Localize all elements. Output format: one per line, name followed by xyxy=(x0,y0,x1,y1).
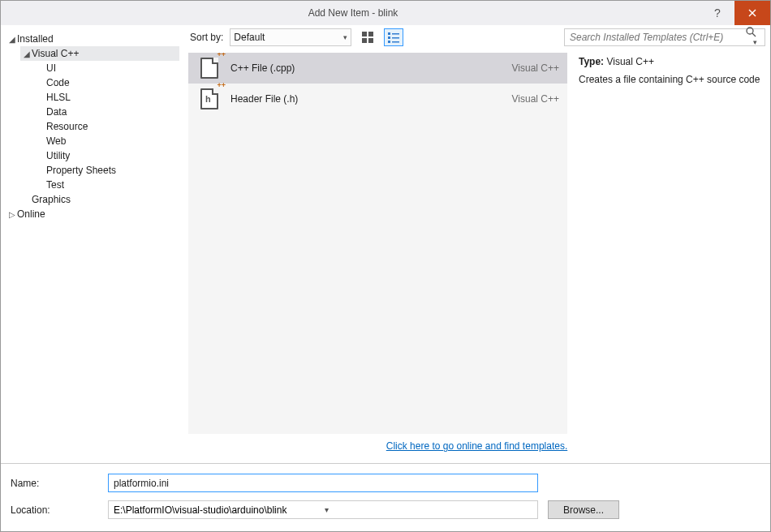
svg-rect-7 xyxy=(392,33,399,35)
sort-dropdown[interactable]: Default ▾ xyxy=(230,28,351,46)
tree-leaf-resource[interactable]: Resource xyxy=(35,119,179,134)
tree-label: Installed xyxy=(17,33,54,45)
view-tiles-button[interactable] xyxy=(358,28,377,46)
template-list: ++ C++ File (.cpp) Visual C++ h ++ Heade… xyxy=(188,53,567,434)
close-button[interactable] xyxy=(734,1,770,25)
tree-leaf-code[interactable]: Code xyxy=(35,75,179,90)
view-list-button[interactable] xyxy=(384,28,403,46)
tree-leaf-property-sheets[interactable]: Property Sheets xyxy=(35,163,179,178)
chevron-down-icon: ◢ xyxy=(24,49,32,58)
help-button[interactable]: ? xyxy=(705,6,730,19)
type-description: Creates a file containing C++ source cod… xyxy=(579,74,762,85)
sort-label: Sort by: xyxy=(190,32,223,43)
svg-rect-2 xyxy=(362,32,367,36)
svg-rect-10 xyxy=(388,41,390,43)
svg-rect-4 xyxy=(362,38,367,43)
tree-leaf-web[interactable]: Web xyxy=(35,134,179,148)
chevron-down-icon: ◢ xyxy=(9,35,17,44)
title-bar: Add New Item - blink ? xyxy=(1,1,770,25)
location-combo[interactable]: E:\PlatformIO\visual-studio\arduino\blin… xyxy=(108,500,538,519)
template-name: C++ File (.cpp) xyxy=(230,62,512,74)
tree-leaf-data[interactable]: Data xyxy=(35,105,179,119)
location-value: E:\PlatformIO\visual-studio\arduino\blin… xyxy=(114,504,321,516)
svg-line-13 xyxy=(752,33,756,36)
svg-rect-9 xyxy=(392,37,399,39)
tree-leaf-ui[interactable]: UI xyxy=(35,61,179,75)
sort-value: Default xyxy=(234,32,265,43)
search-input[interactable] xyxy=(565,32,745,43)
tree-node-online[interactable]: ▷ Online xyxy=(6,207,179,221)
name-label: Name: xyxy=(11,478,108,489)
svg-rect-6 xyxy=(388,32,390,35)
name-input[interactable] xyxy=(108,474,538,492)
details-pane: Type: Visual C++ Creates a file containi… xyxy=(567,53,770,434)
location-label: Location: xyxy=(11,504,108,516)
close-icon xyxy=(748,9,756,17)
file-icon: h ++ xyxy=(196,86,222,112)
search-icon[interactable]: ▾ xyxy=(745,26,765,49)
online-templates-link[interactable]: Click here to go online and find templat… xyxy=(386,440,567,452)
svg-rect-11 xyxy=(392,41,399,43)
tree-leaf-test[interactable]: Test xyxy=(35,178,179,192)
svg-point-12 xyxy=(747,28,753,34)
template-item-header[interactable]: h ++ Header File (.h) Visual C++ xyxy=(188,84,567,114)
tree-leaf-hlsl[interactable]: HLSL xyxy=(35,90,179,105)
window-title: Add New Item - blink xyxy=(1,7,705,19)
browse-button[interactable]: Browse... xyxy=(548,500,619,519)
tree-label: Visual C++ xyxy=(32,48,79,59)
tree-node-visual-cpp[interactable]: ◢ Visual C++ xyxy=(20,46,179,61)
svg-rect-5 xyxy=(368,38,373,43)
tiles-icon xyxy=(362,32,373,43)
type-label: Type: xyxy=(579,56,604,67)
chevron-down-icon: ▾ xyxy=(343,33,347,41)
tree-leaf-utility[interactable]: Utility xyxy=(35,148,179,163)
svg-rect-8 xyxy=(388,36,390,39)
tree-node-installed[interactable]: ◢ Installed xyxy=(6,32,179,46)
template-lang: Visual C++ xyxy=(512,62,559,74)
tree-label: Online xyxy=(17,208,45,220)
category-tree: ◢ Installed ◢ Visual C++ UI Code HLSL Da… xyxy=(1,25,183,463)
template-item-cpp[interactable]: ++ C++ File (.cpp) Visual C++ xyxy=(188,53,567,84)
template-name: Header File (.h) xyxy=(230,93,512,105)
chevron-down-icon: ▾ xyxy=(321,505,536,514)
tree-leaf-graphics[interactable]: Graphics xyxy=(20,192,179,207)
chevron-right-icon: ▷ xyxy=(9,210,17,219)
list-icon xyxy=(388,32,399,43)
svg-rect-3 xyxy=(368,32,373,36)
template-lang: Visual C++ xyxy=(512,93,559,105)
type-value: Visual C++ xyxy=(606,56,653,67)
file-icon: ++ xyxy=(196,55,222,81)
search-box[interactable]: ▾ xyxy=(564,28,765,46)
